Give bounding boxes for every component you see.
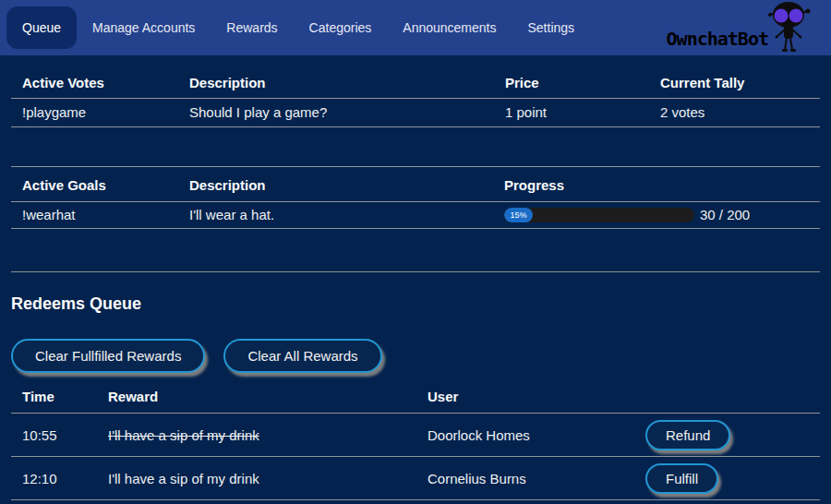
table-row: 10:55 I'll have a sip of my drink Doorlo… <box>11 414 820 457</box>
table-row: !playgame Should I play a game? 1 point … <box>11 99 820 127</box>
page-title: Redeems Queue <box>11 294 820 314</box>
votes-header-description: Description <box>178 70 494 99</box>
main-content: Active Votes Description Price Current T… <box>0 70 831 500</box>
clear-fulfilled-button[interactable]: Clear Fullfilled Rewards <box>11 339 205 373</box>
redeem-action-cell: Fulfill <box>634 457 820 500</box>
votes-header-tally: Current Tally <box>649 70 820 99</box>
redeem-reward: I'll have a sip of my drink <box>97 457 416 500</box>
table-row: !wearhat I'll wear a hat. 15% 30 / 200 <box>11 202 820 229</box>
goals-header-row: Active Goals Description Progress <box>11 167 820 202</box>
redeem-action-cell: Refund <box>634 414 820 457</box>
logo: OwnchatBot <box>667 1 813 54</box>
redeem-reward: I'll have a sip of my drink <box>97 414 416 457</box>
logo-text: OwnchatBot <box>667 28 768 54</box>
tab-settings[interactable]: Settings <box>512 6 590 49</box>
votes-header-price: Price <box>494 70 649 99</box>
goals-header-progress: Progress <box>493 167 820 202</box>
progress-fill: 15% <box>504 208 533 222</box>
goal-command: !wearhat <box>11 202 178 229</box>
clear-all-button[interactable]: Clear All Rewards <box>223 339 381 373</box>
redeems-actions: Clear Fullfilled Rewards Clear All Rewar… <box>11 339 820 373</box>
tab-categories[interactable]: Categories <box>294 6 388 49</box>
tab-queue[interactable]: Queue <box>6 6 77 49</box>
top-nav: Queue Manage Accounts Rewards Categories… <box>0 0 831 55</box>
redeem-reward-text: I'll have a sip of my drink <box>108 427 259 443</box>
tab-rewards[interactable]: Rewards <box>211 6 293 49</box>
goals-header-command: Active Goals <box>11 167 178 202</box>
table-row: 12:10 I'll have a sip of my drink Cornel… <box>11 457 820 500</box>
goal-progress-cell: 15% 30 / 200 <box>493 202 820 229</box>
tab-announcements[interactable]: Announcements <box>387 6 512 49</box>
vote-command: !playgame <box>11 99 178 127</box>
refund-button[interactable]: Refund <box>645 420 730 450</box>
robot-icon <box>765 1 813 54</box>
redeems-header-time: Time <box>11 386 97 414</box>
redeem-reward-text: I'll have a sip of my drink <box>108 471 259 486</box>
redeem-time: 10:55 <box>11 414 97 457</box>
goal-description: I'll wear a hat. <box>178 202 493 229</box>
redeems-header-user: User <box>416 386 634 414</box>
active-goals-table: Active Goals Description Progress !wearh… <box>11 166 820 229</box>
votes-header-command: Active Votes <box>11 70 178 99</box>
redeems-header-row: Time Reward User <box>11 386 820 414</box>
redeem-user: Cornelius Burns <box>416 457 634 500</box>
redeems-table: Time Reward User 10:55 I'll have a sip o… <box>11 386 820 500</box>
vote-description: Should I play a game? <box>178 99 494 127</box>
redeems-header-reward: Reward <box>97 386 416 414</box>
goals-header-description: Description <box>178 167 493 202</box>
votes-header-row: Active Votes Description Price Current T… <box>11 70 820 99</box>
progress-bar: 15% 30 / 200 <box>504 207 820 222</box>
tab-manage-accounts[interactable]: Manage Accounts <box>77 6 211 49</box>
active-votes-table: Active Votes Description Price Current T… <box>11 70 820 127</box>
redeem-time: 12:10 <box>11 457 97 500</box>
redeem-user: Doorlock Homes <box>416 414 634 457</box>
progress-percent-label: 15% <box>510 210 526 220</box>
fulfill-button[interactable]: Fulfill <box>645 463 718 494</box>
vote-tally: 2 votes <box>649 99 820 127</box>
redeems-header-actions <box>634 386 820 414</box>
section-divider <box>11 271 820 272</box>
vote-price: 1 point <box>494 99 649 127</box>
progress-count: 30 / 200 <box>700 207 750 222</box>
progress-track: 15% <box>504 208 694 222</box>
